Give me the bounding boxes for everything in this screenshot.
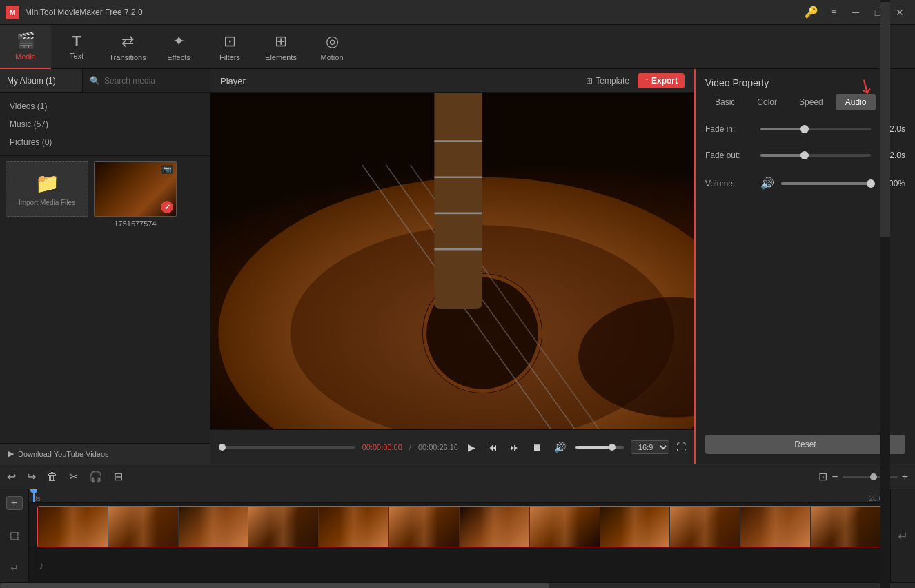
timeline-content: + 🎞 ↵ ♪ 0s 26.6s — [0, 489, 915, 582]
fade-out-label: Fade out: — [705, 150, 754, 160]
volume-property-thumb[interactable] — [867, 179, 875, 188]
folder-icon: 📁 — [35, 172, 59, 195]
prev-button[interactable]: ⏮ — [485, 440, 500, 454]
progress-thumb[interactable] — [219, 444, 226, 451]
timeline-bottom-scrollbar[interactable] — [0, 582, 915, 588]
fade-in-slider[interactable] — [760, 128, 871, 130]
toolbar-text[interactable]: T Text — [51, 25, 102, 69]
guitar-visual — [210, 93, 694, 429]
time-total: 00:00:26.16 — [418, 443, 458, 451]
volume-slider[interactable] — [575, 446, 624, 449]
zoom-in-button[interactable]: + — [902, 471, 908, 483]
media-label: Media — [15, 52, 36, 61]
toolbar-motion[interactable]: ◎ Motion — [306, 25, 357, 69]
track-frame-5 — [319, 507, 389, 547]
fade-in-thumb[interactable] — [800, 125, 809, 133]
video-filename: 1751677574 — [114, 219, 156, 228]
video-type-icon: 📷 — [161, 165, 173, 174]
redo-button[interactable]: ↪ — [27, 470, 36, 483]
timeline-scrollbar-track — [880, 489, 890, 582]
volume-thumb[interactable] — [609, 444, 616, 451]
zoom-thumb[interactable] — [870, 473, 877, 480]
import-media-item[interactable]: 📁 Import Media Files — [6, 161, 88, 438]
fullscreen-button[interactable]: ⛶ — [676, 442, 686, 453]
fade-in-row: Fade in: 2.0s — [705, 124, 905, 134]
app-icon: M — [6, 6, 19, 19]
close-button[interactable]: ✕ — [890, 6, 909, 19]
nav-music[interactable]: Music (57) — [0, 115, 210, 133]
timeline-area: ↩ ↪ 🗑 ✂ 🎧 ⊟ ⊡ − + + 🎞 ↵ ♪ 0s 26 — [0, 464, 915, 588]
track-frame-3 — [179, 507, 249, 547]
video-media-item[interactable]: 📷 ✓ 1751677574 — [94, 161, 177, 438]
stop-button[interactable]: ⏹ — [529, 440, 544, 454]
download-label: Download YouTube Videos — [18, 450, 109, 458]
timeline-track-icons: + 🎞 ↵ ♪ — [0, 489, 29, 582]
import-thumb[interactable]: 📁 Import Media Files — [6, 161, 88, 217]
video-track: 🔊 — [29, 503, 890, 548]
track-frame-7 — [460, 507, 530, 547]
tab-color[interactable]: Color — [747, 94, 787, 110]
return-button[interactable]: ↵ — [898, 529, 908, 544]
add-track-button[interactable]: + — [6, 496, 23, 510]
nav-pictures[interactable]: Pictures (0) — [0, 133, 210, 151]
timeline-ruler: 0s 26.6s — [29, 489, 890, 503]
tab-basic[interactable]: Basic — [705, 94, 745, 110]
toolbar-filters[interactable]: ⊡ Filters — [204, 25, 255, 69]
tab-speed[interactable]: Speed — [789, 94, 833, 110]
fade-out-thumb[interactable] — [800, 151, 809, 159]
aspect-ratio-select[interactable]: 16:9 — [631, 440, 669, 454]
undo-button[interactable]: ↩ — [7, 470, 16, 483]
fade-out-slider[interactable] — [760, 154, 871, 157]
next-button[interactable]: ⏭ — [507, 440, 522, 454]
search-icon: 🔍 — [90, 76, 100, 86]
timeline-toolbar: ↩ ↪ 🗑 ✂ 🎧 ⊟ ⊡ − + — [0, 464, 915, 489]
elements-icon: ⊞ — [275, 32, 287, 50]
cut-button[interactable]: ✂ — [69, 470, 78, 483]
album-tab-label: My Album (1) — [7, 76, 56, 86]
time-separator: / — [409, 443, 411, 451]
minimize-button[interactable]: ─ — [846, 6, 865, 19]
volume-property-slider[interactable] — [781, 182, 871, 185]
player-title: Player — [220, 76, 246, 86]
volume-button[interactable]: 🔊 — [551, 440, 569, 454]
fade-out-fill — [760, 154, 805, 157]
volume-row: Volume: 🔊 100% — [705, 177, 905, 190]
fit-timeline-button[interactable]: ⊡ — [818, 470, 827, 483]
filters-label: Filters — [219, 53, 240, 61]
detach-audio-button[interactable]: 🎧 — [89, 470, 103, 483]
crop-button[interactable]: ⊟ — [114, 470, 123, 483]
toolbar-transitions[interactable]: ⇄ Transitions — [102, 25, 153, 69]
tab-audio[interactable]: Audio — [836, 94, 876, 110]
export-button[interactable]: ↑ Export — [638, 73, 685, 88]
guitar-svg — [210, 93, 694, 429]
svg-point-14 — [210, 93, 694, 333]
track-frame-12 — [811, 507, 881, 547]
playhead[interactable] — [33, 489, 35, 502]
left-panel: My Album (1) 🔍 Search media Videos (1) M… — [0, 69, 210, 464]
toolbar-media[interactable]: 🎬 Media — [0, 25, 51, 69]
settings-button[interactable]: ≡ — [824, 6, 843, 19]
mute-icon[interactable]: 🔊 — [760, 177, 774, 190]
scrollbar-thumb[interactable] — [0, 583, 549, 588]
reset-button[interactable]: Reset — [705, 435, 905, 454]
video-thumb[interactable]: 📷 ✓ — [94, 161, 177, 217]
toolbar-elements[interactable]: ⊞ Elements — [255, 25, 306, 69]
app-title: MiniTool MovieMaker Free 7.2.0 — [25, 8, 805, 17]
download-bar[interactable]: ▶ Download YouTube Videos — [0, 443, 210, 464]
search-tab[interactable]: 🔍 Search media — [83, 69, 210, 92]
selected-checkmark: ✓ — [161, 201, 173, 213]
album-tab[interactable]: My Album (1) — [0, 69, 83, 92]
delete-button[interactable]: 🗑 — [47, 471, 58, 483]
nav-videos[interactable]: Videos (1) — [0, 97, 210, 115]
toolbar-effects[interactable]: ✦ Effects — [153, 25, 204, 69]
zoom-out-button[interactable]: − — [832, 471, 838, 483]
play-button[interactable]: ▶ — [465, 440, 478, 454]
video-strip[interactable] — [37, 506, 882, 547]
volume-label: Volume: — [705, 179, 754, 188]
window-controls: ≡ ─ □ ✕ — [824, 6, 909, 19]
video-track-icon: 🎞 — [10, 531, 19, 542]
search-placeholder: Search media — [104, 76, 155, 86]
media-nav: Videos (1) Music (57) Pictures (0) — [0, 93, 210, 156]
template-button[interactable]: ⊞ Template — [586, 76, 629, 86]
progress-bar[interactable] — [219, 446, 355, 449]
